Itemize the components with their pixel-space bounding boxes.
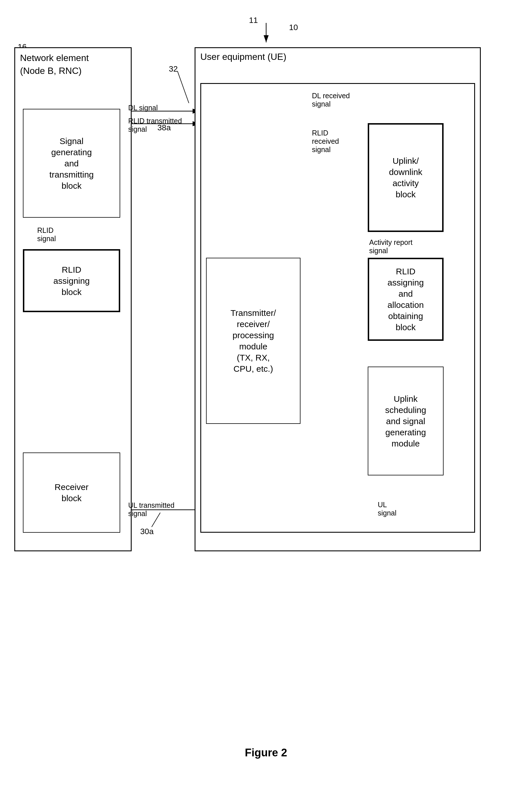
activity-report-label: Activity reportsignal — [369, 238, 413, 255]
signal-gen-block: Signalgeneratingandtransmittingblock — [23, 109, 120, 218]
ul-signal-label: ULsignal — [378, 501, 396, 517]
rlid-signal-label: RLIDsignal — [37, 226, 56, 243]
rlid-received-label: RLIDreceivedsignal — [312, 129, 339, 154]
svg-line-5 — [177, 71, 189, 103]
rlid-assign-alloc-block: RLIDassigningandallocationobtainingblock — [368, 258, 444, 341]
network-element-label: Network element(Node B, RNC) — [20, 51, 89, 77]
ue-label: User equipment (UE) — [200, 51, 286, 62]
ref-10: 10 — [289, 23, 298, 32]
uplink-sched-block: Uplinkschedulingand signalgeneratingmodu… — [368, 367, 444, 475]
rlid-tx-signal-label: RLID transmittedsignal — [128, 117, 182, 133]
ul-dl-activity-block: Uplink/downlinkactivityblock — [368, 123, 444, 232]
receiver-block: Receiverblock — [23, 452, 120, 533]
trx-module: Transmitter/receiver/processingmodule(TX… — [206, 258, 301, 424]
ul-tx-signal-label: UL transmittedsignal — [128, 501, 175, 518]
ref-32: 32 — [169, 64, 178, 73]
figure-caption: Figure 2 — [0, 747, 532, 759]
ref-11: 11 — [249, 16, 258, 25]
diagram-container: 16 11 10 14 32 32a 38a 18 38 20a 22 30a … — [0, 0, 532, 767]
ref-30a: 30a — [140, 527, 154, 536]
dl-signal-label: DL signal — [128, 104, 158, 112]
dl-received-label: DL receivedsignal — [312, 92, 350, 108]
rlid-assign-block: RLIDassigningblock — [23, 249, 120, 312]
